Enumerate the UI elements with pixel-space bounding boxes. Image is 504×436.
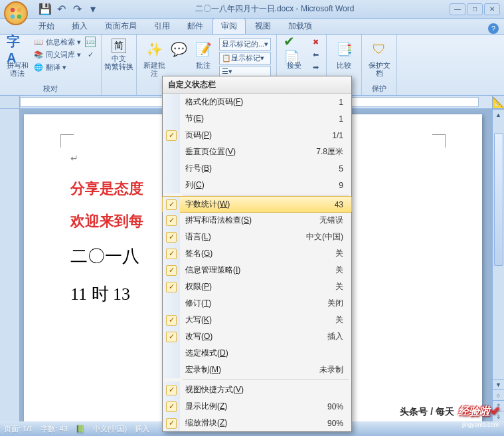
tab-references[interactable]: 引用 (146, 19, 178, 34)
new-comment-icon: ✨ (143, 39, 165, 60)
setlang-button[interactable]: ✓ (84, 49, 97, 60)
svg-point-0 (11, 7, 15, 12)
scroll-down-icon[interactable]: ▼ (493, 379, 504, 389)
context-menu-item[interactable]: ✓拼写和语法检查(S)无错误 (163, 212, 351, 229)
comment-icon: 💬 (168, 39, 189, 60)
display-markup-dropdown[interactable]: 显示标记的... ▾ (219, 38, 271, 51)
check-icon: ✓ (166, 130, 177, 141)
prev-icon: ⬅ (310, 49, 321, 60)
research-icon: 📖 (33, 37, 44, 47)
status-wordcount[interactable]: 字数: 43 (41, 424, 67, 434)
tab-addins[interactable]: 加载项 (280, 19, 320, 34)
wordcount-button[interactable]: 123 (84, 36, 97, 48)
context-menu-item[interactable]: ✓改写(O)插入 (163, 328, 351, 345)
context-menu-item[interactable]: ✓字数统计(W)43 (162, 196, 352, 213)
check-icon: ✓ (166, 282, 177, 292)
context-menu-title: 自定义状态栏 (163, 76, 351, 94)
status-page[interactable]: 页面: 1/1 (4, 424, 33, 434)
context-menu-item[interactable]: 选定模式(D) (163, 345, 351, 362)
svg-point-3 (17, 14, 22, 19)
tab-mailings[interactable]: 邮件 (179, 19, 211, 34)
context-menu-item[interactable]: ✓信息管理策略(I)关 (163, 262, 351, 278)
next-icon: ➡ (310, 62, 321, 72)
context-menu-item[interactable]: 格式化的页码(F)1 (163, 94, 351, 110)
context-menu-item[interactable]: ✓缩放滑块(Z)90% (163, 415, 351, 431)
track-icon: 📝 (193, 39, 214, 60)
protect-button[interactable]: 🛡 保护文档 (366, 36, 392, 82)
context-menu-item[interactable]: ✓页码(P)1/1 (163, 127, 351, 144)
context-menu-item[interactable]: 修订(T)关闭 (163, 295, 351, 312)
watermark: 头条号 / 每天 经验啦✓ (400, 405, 499, 419)
maximize-button[interactable]: □ (467, 3, 483, 15)
undo-icon[interactable]: ↶ (54, 3, 68, 16)
check-icon: ✓ (166, 265, 177, 276)
translate-button[interactable]: 🌐翻译▾ (32, 61, 82, 73)
tab-insert[interactable]: 插入 (64, 19, 96, 34)
help-icon[interactable]: ? (488, 23, 499, 34)
spellcheck-icon: 字A (7, 39, 28, 60)
thesaurus-icon: 📚 (33, 49, 44, 60)
check-icon: ✓ (166, 232, 177, 243)
context-menu-item[interactable]: ✓显示比例(Z)90% (163, 398, 351, 415)
minimize-button[interactable]: — (450, 3, 465, 15)
check-icon: ✓ (166, 215, 177, 226)
scroll-thumb[interactable] (494, 133, 503, 266)
svg-point-1 (17, 7, 22, 12)
reject-icon: ✖ (310, 37, 321, 47)
check-icon: ✓ (166, 249, 177, 259)
close-button[interactable]: ✕ (484, 3, 500, 15)
ruler-corner (0, 96, 20, 108)
check-icon: ✓ (166, 418, 177, 429)
context-menu-item[interactable]: 行号(B)5 (163, 160, 351, 177)
research-button[interactable]: 📖信息检索▾ (32, 36, 82, 48)
check-icon: ✓ (166, 199, 177, 210)
tab-layout[interactable]: 页面布局 (97, 19, 145, 34)
show-markup-dropdown[interactable]: 📋 显示标记 ▾ (219, 52, 271, 64)
check-icon: ✓ (166, 401, 177, 412)
context-menu-item[interactable]: ✓视图快捷方式(V) (163, 382, 351, 398)
tab-review[interactable]: 审阅 (212, 18, 246, 34)
qat-more-icon[interactable]: ▾ (86, 3, 100, 16)
browse-object-icon[interactable]: ○ (493, 389, 504, 400)
simplified-icon: 简 (112, 39, 126, 53)
prev-change-button[interactable]: ⬅ (309, 49, 322, 60)
spelling-button[interactable]: 字A 拼写和 语法 (4, 36, 31, 82)
context-menu-item[interactable]: ✓大写(K)关 (163, 312, 351, 328)
context-menu-item[interactable]: 垂直页位置(V)7.8厘米 (163, 144, 351, 160)
status-language[interactable]: 中文(中国) (93, 424, 127, 434)
vertical-ruler[interactable] (0, 109, 20, 421)
group-proofing-label: 校对 (4, 82, 97, 95)
status-insert-mode[interactable]: 插入 (135, 424, 149, 434)
window-title: 二〇一八年四月十一日.docx - Microsoft Word (100, 3, 450, 15)
context-menu-item[interactable]: ✓权限(P)关 (163, 278, 351, 295)
check-icon: ✓ (166, 315, 177, 326)
context-menu-item[interactable]: 宏录制(M)未录制 (163, 362, 351, 378)
check-icon: ✓ (166, 385, 177, 395)
lang-icon: ✓ (85, 49, 96, 60)
compare-icon: 📑 (333, 39, 355, 60)
tab-home[interactable]: 开始 (31, 19, 62, 34)
paragraph-mark-icon: ↵ (70, 153, 78, 164)
save-icon[interactable]: 💾 (39, 3, 52, 16)
scroll-up-icon[interactable]: ▲ (493, 109, 504, 120)
context-menu-item[interactable]: ✓语言(L)中文(中国) (163, 229, 351, 245)
vertical-scrollbar[interactable]: ▲ ▼ ○ ⇑ ⇓ (492, 109, 504, 421)
context-menu-item[interactable]: ✓签名(G)关 (163, 245, 351, 262)
context-menu-item[interactable]: 列(C)9 (163, 177, 351, 193)
redo-icon[interactable]: ↷ (70, 3, 84, 16)
tab-view[interactable]: 视图 (247, 19, 279, 34)
protect-icon: 🛡 (369, 39, 390, 60)
office-button[interactable] (4, 1, 28, 25)
reject-button[interactable]: ✖ (309, 36, 322, 48)
accept-icon: ✔📄 (284, 39, 305, 60)
next-change-button[interactable]: ➡ (309, 61, 322, 73)
check-icon: ✓ (166, 332, 177, 342)
ruler-toggle[interactable]: 📐 (492, 96, 504, 108)
group-protect-label: 保护 (366, 82, 392, 95)
watermark-site: jingyanla.com (462, 421, 499, 428)
chinese-conv-button[interactable]: 简 中文 简繁转换 (106, 36, 132, 84)
thesaurus-button[interactable]: 📚同义词库▾ (32, 49, 82, 60)
context-menu-item[interactable]: 节(E)1 (163, 110, 351, 127)
status-proof-icon[interactable]: 📗 (76, 425, 85, 433)
ribbon-tabs: 开始 插入 页面布局 引用 邮件 审阅 视图 加载项 ? (0, 19, 504, 35)
